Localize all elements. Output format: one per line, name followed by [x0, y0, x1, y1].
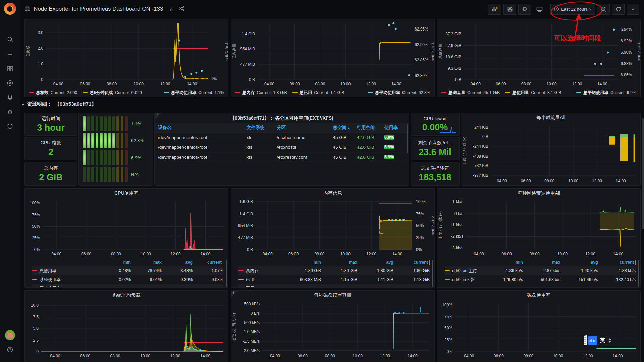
- legend-item[interactable]: 总使用量Current: 3.1 GiB: [505, 90, 561, 96]
- legend-item[interactable]: 总内存Current: 1.8 GiB: [235, 90, 287, 96]
- legend-sort-min[interactable]: min: [485, 260, 523, 265]
- memory-chart[interactable]: 0 B477 MiB954 MiB1.4 GiB62.80%62.85%62.9…: [231, 19, 434, 88]
- info-icon[interactable]: i: [231, 291, 238, 297]
- column-header[interactable]: 总空间▲: [333, 125, 357, 131]
- star-icon[interactable]: ☆: [169, 6, 173, 12]
- refresh-interval-dropdown[interactable]: [627, 4, 639, 15]
- time-picker-button[interactable]: Last 12 hours: [550, 4, 595, 15]
- svg-text:总磁盘量: 总磁盘量: [438, 44, 442, 60]
- add-panel-button[interactable]: [488, 4, 501, 15]
- dashboards-grid-icon[interactable]: [0, 63, 20, 75]
- share-icon[interactable]: [178, 6, 184, 13]
- legend-item[interactable]: 总已用Current: 1.1 GiB: [292, 90, 344, 96]
- system-load-chart[interactable]: 02.55.07.510.004:0006:0008:0010:0012:001…: [25, 299, 228, 360]
- stat-title: 运行时间: [42, 116, 60, 122]
- memory-info-chart[interactable]: 0 B477 MiB954 MiB1.4 GiB1.9 GiB0%25%50%7…: [231, 197, 434, 258]
- stat-value: 3 hour: [37, 123, 65, 132]
- alerting-bell-icon[interactable]: [0, 91, 20, 103]
- legend-sort-current[interactable]: current: [193, 260, 223, 265]
- create-plus-icon[interactable]: [0, 48, 20, 60]
- legend-series-toggle[interactable]: eth0_out上传: [445, 268, 485, 274]
- legend-item[interactable]: 总核数Current: 2.000: [29, 90, 77, 96]
- grafana-logo-icon[interactable]: [4, 3, 16, 15]
- save-dashboard-button[interactable]: [503, 4, 516, 15]
- user-avatar[interactable]: [5, 330, 15, 340]
- ime-expand-arrows[interactable]: [608, 338, 611, 343]
- row-header-resource-detail[interactable]: 资源明细： 【93b53a6eff71】: [22, 99, 96, 109]
- legend-sort-current[interactable]: current: [598, 260, 636, 265]
- legend-series-toggle[interactable]: eth0_in下载: [445, 277, 485, 283]
- svg-text:14:00: 14:00: [200, 354, 210, 358]
- legend-item[interactable]: 总平均使用率Current: 1.1%: [164, 90, 224, 96]
- legend-item[interactable]: 总平均使用率Current: 6.9%: [576, 90, 636, 96]
- ime-drag-handle[interactable]: [584, 335, 587, 345]
- network-chart[interactable]: 1 kb/s0 b/s-1 kb/s-2 kb/s-3 kb/s04:0006:…: [437, 197, 640, 258]
- legend-item[interactable]: 总磁盘量Current: 45.1 GiB: [441, 90, 500, 96]
- legend-scrollbar[interactable]: [432, 260, 433, 287]
- disk-chart[interactable]: 0 B9.3 GiB18.6 GiB27.9 GiB37.3 GiB6.86%6…: [437, 19, 640, 88]
- legend-sort-min[interactable]: min: [100, 260, 131, 265]
- panel-title[interactable]: 内存信息: [231, 189, 434, 197]
- svg-text:12:00: 12:00: [366, 252, 376, 256]
- server-admin-shield-icon[interactable]: [0, 120, 20, 132]
- legend-sort-avg[interactable]: avg: [357, 260, 393, 265]
- legend-item[interactable]: 总平均使用率Current: 62.8%: [368, 90, 430, 96]
- column-header[interactable]: 分区: [277, 125, 333, 131]
- gauge-value: N/A: [131, 167, 149, 182]
- column-header[interactable]: 可用空间: [357, 125, 384, 131]
- cpu-usage-chart[interactable]: 0%25%50%75%100%04:0006:0008:0010:0012:00…: [25, 197, 228, 258]
- svg-text:06:00: 06:00: [290, 82, 300, 86]
- legend-sort-max[interactable]: max: [131, 260, 162, 265]
- svg-text:04:00: 04:00: [497, 179, 507, 183]
- ime-baidu-icon[interactable]: du: [588, 336, 597, 345]
- column-header[interactable]: 使用率: [384, 125, 406, 131]
- column-header[interactable]: 设备名: [158, 125, 247, 131]
- panel-title[interactable]: 每秒网络带宽使用All: [437, 189, 640, 197]
- table-scrollbar[interactable]: [407, 124, 408, 153]
- load-chart[interactable]: 01.02.03.01%04:0006:0008:0010:0012:0014:…: [25, 19, 228, 88]
- sysload-legend-table: minmaxavgcurrent: [25, 360, 228, 362]
- column-header[interactable]: 文件系统: [247, 125, 277, 131]
- refresh-button[interactable]: [612, 4, 625, 15]
- legend-series-toggle[interactable]: 系统使用率: [32, 277, 100, 283]
- memory-legend-table: minmaxavgcurrent总内存1.80 GiB1.80 GiB1.80 …: [231, 258, 434, 288]
- legend-item[interactable]: 总5分钟负载Current: 0.020: [83, 90, 142, 96]
- help-icon[interactable]: ?: [0, 344, 20, 356]
- legend-sort-current[interactable]: current: [393, 260, 430, 265]
- legend-series-toggle[interactable]: 已用: [238, 277, 285, 283]
- legend-sort-max[interactable]: max: [321, 260, 357, 265]
- diskrw-legend-table: minmaxavgcurrent: [231, 360, 434, 362]
- legend-sort-avg[interactable]: avg: [560, 260, 598, 265]
- legend-series-toggle[interactable]: 用户使用率: [32, 286, 100, 288]
- legend-scrollbar[interactable]: [638, 260, 639, 287]
- panel-title[interactable]: 每小时流量All: [461, 113, 640, 122]
- page-scrollbar[interactable]: [642, 118, 644, 229]
- disk-usage-chart[interactable]: 0%25%50%75%100%04:0006:0008:0010:0012:00…: [437, 299, 640, 360]
- svg-text:上传 (-) /下载 (+): 上传 (-) /下载 (+): [438, 211, 442, 240]
- legend-sort-avg[interactable]: avg: [162, 260, 193, 265]
- diskusage-legend-table: minmaxavgcurrent: [437, 360, 640, 362]
- legend-series-toggle[interactable]: 总内存: [238, 268, 285, 274]
- panel-title[interactable]: 每秒磁盘读写容量: [231, 291, 434, 299]
- legend-series-toggle[interactable]: 可用: [238, 286, 285, 288]
- disk-rw-chart[interactable]: 500 kB/s0 B/s-500 kB/s-1.0 MB/s-1.5 MB/s…: [231, 299, 434, 360]
- traffic-chart[interactable]: 244 KiB0 B-244 KiB-488 KiB-732 KiB-977 K…: [461, 122, 640, 185]
- explore-compass-icon[interactable]: [0, 77, 20, 89]
- configuration-gear-icon[interactable]: ⚙: [0, 106, 20, 118]
- search-icon[interactable]: [0, 33, 20, 45]
- panel-title[interactable]: 系统平均负载: [25, 291, 228, 299]
- legend-sort-max[interactable]: max: [523, 260, 560, 265]
- legend-sort-min[interactable]: min: [285, 260, 321, 265]
- disk-legend: 总磁盘量Current: 45.1 GiB总使用量Current: 3.1 Gi…: [437, 88, 640, 97]
- ime-language-toggle[interactable]: 英: [598, 336, 607, 345]
- info-icon[interactable]: i: [155, 113, 161, 120]
- cycle-view-tv-button[interactable]: [533, 4, 546, 15]
- dashboard-settings-button[interactable]: ⚙: [518, 4, 531, 15]
- legend-scrollbar[interactable]: [226, 260, 227, 287]
- panel-title[interactable]: CPU使用率: [25, 189, 228, 197]
- svg-text:-1.5 MB/s: -1.5 MB/s: [243, 339, 260, 344]
- panel-title[interactable]: 磁盘使用率: [437, 291, 640, 299]
- zoom-out-button[interactable]: [597, 4, 610, 15]
- table-row: /dev/mapper/centos-rootxfs/etc/hostname4…: [155, 133, 409, 142]
- legend-series-toggle[interactable]: 总使用率: [32, 268, 100, 274]
